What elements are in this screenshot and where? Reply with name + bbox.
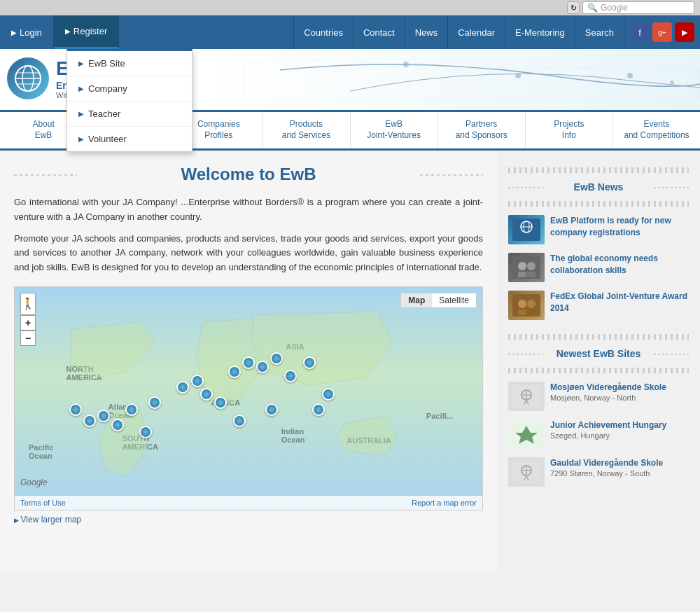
map-marker[interactable] [176, 381, 189, 394]
svg-marker-13 [337, 417, 396, 455]
browser-search[interactable]: 🔍 Google [582, 1, 694, 14]
svg-rect-22 [527, 272, 536, 277]
login-button[interactable]: ▶ Login [0, 15, 54, 49]
nav-search[interactable]: Search [575, 15, 624, 49]
map-marker[interactable] [200, 388, 213, 401]
map-marker[interactable] [303, 356, 316, 369]
svg-rect-26 [518, 310, 526, 315]
map-marker[interactable] [284, 370, 297, 382]
tab-partners[interactable]: Partnersand Sponsors [438, 112, 526, 148]
world-map[interactable]: NORTHAMERICA AtlanticOcean SOUTHAMERICA … [14, 286, 483, 510]
map-zoom-out[interactable]: − [20, 331, 36, 346]
nav-ementoring[interactable]: E-Mentoring [505, 15, 575, 49]
site-location-3: 7290 Støren, Norway - South [550, 469, 663, 478]
arrow-icon: ▶ [11, 29, 17, 36]
site-item-2: Junior Achievement Hungary Szeged, Hunga… [508, 419, 689, 449]
svg-point-25 [527, 300, 536, 308]
news-item-3: FedEx Global Joint-Venture Award 2014 [508, 291, 689, 320]
nav-links: Countries Contact News Calendar E-Mentor… [293, 15, 624, 49]
map-marker[interactable] [322, 388, 335, 401]
map-marker[interactable] [97, 410, 110, 422]
news-section: EwB News EwB Platform is ready for new c… [508, 167, 689, 320]
register-dropdown: ▶ EwB Site ▶ Company ▶ Teacher ▶ Volunte… [66, 49, 192, 152]
nav-countries[interactable]: Countries [293, 15, 353, 49]
tab-projects[interactable]: ProjectsInfo [526, 112, 613, 148]
sites-section-title: Newest EwB Sites [508, 348, 689, 359]
map-zoom-controls: + − [20, 315, 36, 346]
news-link-1[interactable]: EwB Platform is ready for new company re… [550, 216, 671, 237]
site-info-2: Junior Achievement Hungary Szeged, Hunga… [550, 419, 666, 440]
arrow-icon: ▶ [78, 135, 84, 143]
site-location-2: Szeged, Hungary [550, 431, 666, 440]
refresh-button[interactable]: ↻ [567, 1, 580, 14]
main-content: Welcome to EwB Go international with you… [0, 151, 700, 571]
dropdown-item-volunteer[interactable]: ▶ Volunteer [67, 127, 192, 151]
map-marker[interactable] [139, 426, 152, 438]
svg-point-7 [627, 73, 633, 78]
news-thumbnail-1 [508, 215, 545, 244]
map-marker[interactable] [312, 403, 325, 416]
map-marker[interactable] [83, 415, 96, 427]
facebook-button[interactable]: f [630, 22, 650, 42]
map-marker[interactable] [148, 396, 161, 409]
news-section-title: EwB News [508, 181, 689, 193]
map-terms[interactable]: Terms of Use [20, 499, 66, 507]
logo-icon [7, 57, 49, 99]
site-link-3[interactable]: Gauldal Videregående Skole [550, 458, 663, 468]
news-link-3[interactable]: FedEx Global Joint-Venture Award 2014 [550, 291, 687, 313]
map-marker[interactable] [265, 403, 278, 416]
tab-joint-ventures[interactable]: EwBJoint-Ventures [351, 112, 438, 148]
nav-news[interactable]: News [405, 15, 448, 49]
nav-contact[interactable]: Contact [353, 15, 405, 49]
googleplus-button[interactable]: g+ [652, 22, 672, 42]
news-link-2[interactable]: The global economy needs collaboration s… [550, 253, 658, 275]
svg-point-20 [527, 262, 536, 270]
tab-products[interactable]: Productsand Services [262, 112, 350, 148]
dropdown-label: Teacher [88, 109, 120, 119]
navbar: ▶ Login ▶ Register ▶ EwB Site ▶ Company … [0, 15, 700, 49]
search-icon: 🔍 [587, 3, 598, 13]
svg-rect-14 [512, 218, 540, 241]
site-location-1: Mosjøen, Norway - North [550, 394, 666, 402]
intro-paragraph-1: Go international with your JA Company! .… [14, 195, 483, 225]
map-zoom-in[interactable]: + [20, 315, 36, 331]
street-view-icon[interactable]: 🚶 [20, 293, 36, 315]
sites-section: Newest EwB Sites Mosjøen Videregående Sk… [508, 334, 689, 487]
site-link-1[interactable]: Mosjøen Videregående Skole [550, 382, 666, 392]
site-item-1: Mosjøen Videregående Skole Mosjøen, Norw… [508, 382, 689, 411]
map-marker[interactable] [228, 366, 241, 378]
svg-point-24 [518, 300, 526, 308]
map-report[interactable]: Report a map error [412, 499, 477, 507]
arrow-icon: ▶ [65, 27, 71, 35]
map-type-satellite[interactable]: Satellite [432, 293, 476, 307]
svg-point-19 [518, 262, 526, 270]
site-thumbnail-3 [508, 457, 545, 487]
map-marker[interactable] [242, 356, 255, 369]
map-marker[interactable] [125, 403, 138, 416]
register-button[interactable]: ▶ Register [54, 15, 119, 49]
social-links: f g+ ▶ [624, 15, 700, 49]
site-link-2[interactable]: Junior Achievement Hungary [550, 420, 666, 430]
tab-events[interactable]: Eventsand Competitions [613, 112, 700, 148]
map-marker[interactable] [69, 403, 82, 416]
divider [508, 201, 689, 207]
dropdown-item-teacher[interactable]: ▶ Teacher [67, 102, 192, 127]
google-watermark: Google [20, 478, 48, 487]
sidebar: EwB News EwB Platform is ready for new c… [497, 151, 700, 571]
map-marker[interactable] [270, 352, 283, 365]
content-area: Welcome to EwB Go international with you… [0, 151, 497, 571]
map-marker[interactable] [191, 375, 204, 387]
map-marker[interactable] [233, 415, 246, 427]
dropdown-item-company[interactable]: ▶ Company [67, 76, 192, 102]
dropdown-item-ewb-site[interactable]: ▶ EwB Site [67, 51, 192, 76]
divider [508, 334, 689, 340]
map-marker[interactable] [256, 361, 269, 373]
site-item-3: Gauldal Videregående Skole 7290 Støren, … [508, 457, 689, 487]
view-larger-map[interactable]: View larger map [14, 515, 483, 524]
news-item-2: The global economy needs collaboration s… [508, 253, 689, 282]
map-marker[interactable] [111, 419, 124, 431]
nav-calendar[interactable]: Calendar [447, 15, 505, 49]
map-type-map[interactable]: Map [401, 293, 432, 307]
youtube-button[interactable]: ▶ [675, 22, 694, 42]
map-marker[interactable] [214, 396, 227, 409]
